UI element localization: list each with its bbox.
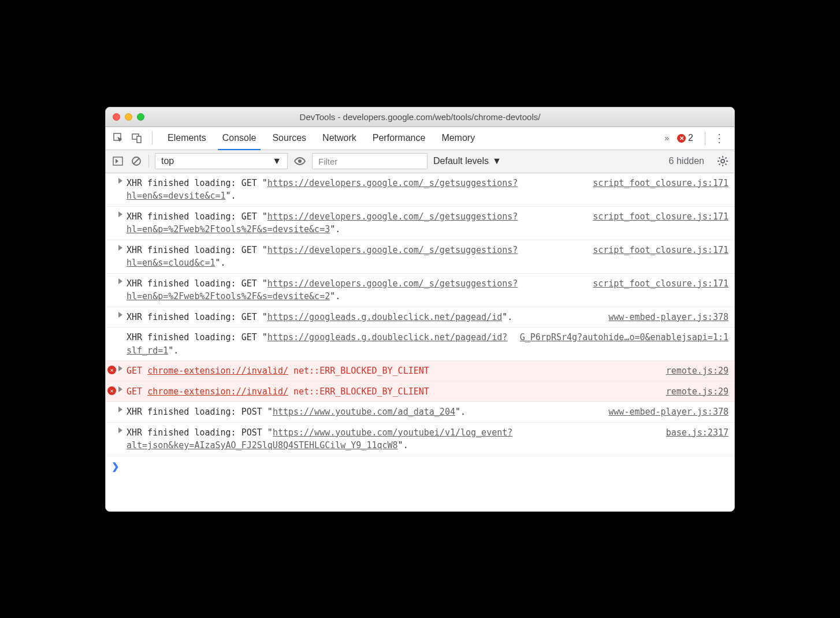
error-count-badge[interactable]: ✕ 2 [677,133,693,143]
error-icon: ✕ [107,386,116,395]
tab-elements[interactable]: Elements [159,127,214,150]
svg-line-5 [133,158,139,164]
source-link[interactable]: script_foot_closure.js:171 [593,244,729,257]
message-url[interactable]: https://www.youtube.com/ad_data_204 [273,407,455,417]
tab-sources[interactable]: Sources [264,127,314,150]
source-link[interactable]: remote.js:29 [666,364,729,378]
expand-icon[interactable] [118,178,122,184]
expand-icon[interactable] [118,407,122,412]
dropdown-icon: ▼ [492,156,501,166]
maximize-button[interactable] [137,113,144,121]
console-row[interactable]: script_foot_closure.js:171XHR finished l… [106,207,734,240]
close-button[interactable] [113,113,120,121]
tab-performance[interactable]: Performance [365,127,434,150]
source-link[interactable]: script_foot_closure.js:171 [593,177,729,190]
titlebar: DevTools - developers.google.com/web/too… [106,107,734,127]
expand-icon[interactable] [118,312,122,318]
panel-tabs: ElementsConsoleSourcesNetworkPerformance… [106,127,734,150]
context-value: top [161,156,174,166]
source-link[interactable]: script_foot_closure.js:171 [593,210,729,224]
console-row[interactable]: script_foot_closure.js:171XHR finished l… [106,173,734,207]
expand-icon[interactable] [118,386,122,392]
expand-icon[interactable] [118,366,122,371]
expand-icon[interactable] [118,427,122,433]
filter-input[interactable]: Filter [312,153,428,169]
tabs-overflow-icon[interactable]: » [664,133,669,143]
dropdown-icon: ▼ [272,156,281,166]
source-link[interactable]: G_P6rpRSr4g?autohide…o=0&enablejsapi=1:1 [520,331,729,344]
device-toggle-icon[interactable] [129,130,145,146]
svg-point-6 [298,159,302,163]
source-link[interactable]: remote.js:29 [666,385,729,399]
message-text: GET chrome-extension://invalid/ net::ERR… [127,364,729,378]
error-icon: ✕ [677,134,686,143]
tab-memory[interactable]: Memory [433,127,483,150]
devtools-window: DevTools - developers.google.com/web/too… [105,107,735,512]
error-text: net::ERR_BLOCKED_BY_CLIENT [288,386,429,397]
message-text: XHR finished loading: POST "https://www.… [127,426,729,452]
message-text: GET chrome-extension://invalid/ net::ERR… [127,385,729,399]
error-count: 2 [688,133,693,143]
console-row[interactable]: ✕remote.js:29GET chrome-extension://inva… [106,382,734,403]
console-row[interactable]: script_foot_closure.js:171XHR finished l… [106,240,734,274]
levels-label: Default levels [433,156,489,166]
message-url[interactable]: https://developers.google.com/_s/getsugg… [127,211,518,235]
console-prompt[interactable]: ❯ [106,456,734,476]
source-link[interactable]: www-embed-player.js:378 [608,405,729,419]
message-url[interactable]: https://googleads.g.doubleclick.net/page… [267,312,502,322]
svg-point-7 [721,159,724,163]
console-messages: script_foot_closure.js:171XHR finished l… [106,173,734,456]
context-select[interactable]: top ▼ [155,153,288,169]
divider [148,155,149,167]
console-row[interactable]: base.js:2317XHR finished loading: POST "… [106,423,734,456]
message-url[interactable]: https://developers.google.com/_s/getsugg… [127,245,518,269]
window-title: DevTools - developers.google.com/web/too… [106,112,734,122]
sidebar-toggle-icon[interactable] [111,155,124,167]
console-row[interactable]: script_foot_closure.js:171XHR finished l… [106,274,734,307]
hidden-count[interactable]: 6 hidden [669,156,704,166]
menu-icon[interactable]: ⋮ [705,131,730,145]
console-row[interactable]: G_P6rpRSr4g?autohide…o=0&enablejsapi=1:1… [106,327,734,361]
expand-icon[interactable] [118,245,122,251]
traffic-lights [113,113,144,121]
message-url[interactable]: chrome-extension://invalid/ [147,366,288,376]
console-row[interactable]: ✕remote.js:29GET chrome-extension://inva… [106,361,734,382]
tab-console[interactable]: Console [214,127,265,150]
source-link[interactable]: base.js:2317 [666,426,729,440]
message-url[interactable]: https://developers.google.com/_s/getsugg… [127,178,518,202]
expand-icon[interactable] [118,278,122,284]
source-link[interactable]: www-embed-player.js:378 [608,311,729,324]
settings-icon[interactable] [717,155,729,167]
expand-icon[interactable] [118,211,122,217]
minimize-button[interactable] [125,113,132,121]
error-icon: ✕ [107,366,116,374]
svg-rect-2 [137,136,141,143]
inspect-icon[interactable] [110,130,127,146]
error-text: net::ERR_BLOCKED_BY_CLIENT [288,366,429,376]
message-url[interactable]: chrome-extension://invalid/ [147,386,288,397]
clear-console-icon[interactable] [130,155,143,167]
console-toolbar: top ▼ Filter Default levels ▼ 6 hidden [106,150,734,173]
filter-placeholder: Filter [318,157,337,166]
console-row[interactable]: www-embed-player.js:378XHR finished load… [106,307,734,328]
divider [152,131,153,145]
console-row[interactable]: www-embed-player.js:378XHR finished load… [106,402,734,423]
levels-select[interactable]: Default levels ▼ [433,156,501,166]
live-expression-icon[interactable] [293,155,306,167]
message-url[interactable]: https://developers.google.com/_s/getsugg… [127,278,518,302]
tab-network[interactable]: Network [314,127,365,150]
message-url[interactable]: https://www.youtube.com/youtubei/v1/log_… [127,427,512,451]
source-link[interactable]: script_foot_closure.js:171 [593,277,729,291]
message-url[interactable]: https://googleads.g.doubleclick.net/page… [127,332,507,356]
